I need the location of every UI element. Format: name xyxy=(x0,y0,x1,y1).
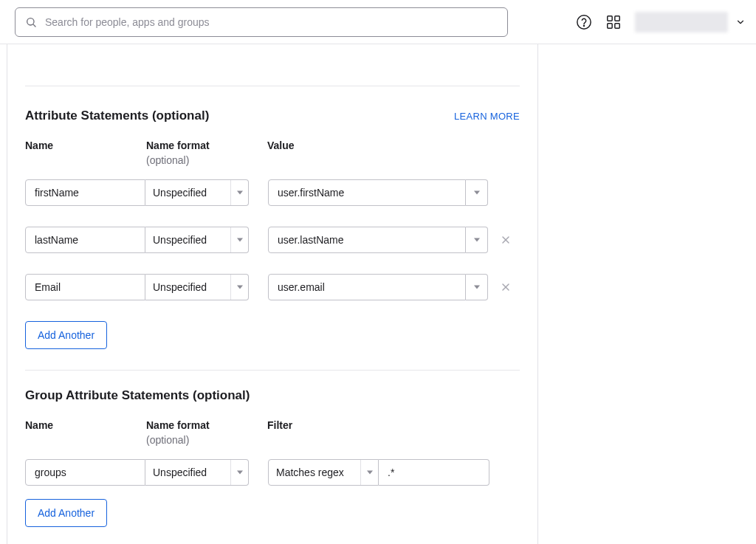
col-header-format: Name format xyxy=(146,419,267,431)
search-input[interactable] xyxy=(15,7,508,37)
user-menu[interactable] xyxy=(635,12,746,32)
attribute-column-headers: Name Name format (optional) Value xyxy=(25,140,520,166)
chevron-down-icon xyxy=(735,17,746,27)
caret-down-icon xyxy=(230,227,248,252)
attribute-format-value: Unspecified xyxy=(153,234,207,246)
col-header-format-sub: (optional) xyxy=(146,154,267,166)
col-header-format: Name format xyxy=(146,140,267,151)
svg-rect-7 xyxy=(615,23,619,27)
svg-marker-8 xyxy=(237,191,243,195)
col-header-name: Name xyxy=(25,140,146,151)
group-filter-value-input[interactable] xyxy=(379,459,489,486)
search-icon xyxy=(25,16,37,28)
attribute-name-input[interactable] xyxy=(25,179,145,206)
config-panel: Attribute Statements (optional) LEARN MO… xyxy=(7,44,538,544)
svg-rect-6 xyxy=(608,23,612,27)
caret-down-icon xyxy=(230,460,248,485)
svg-point-2 xyxy=(577,15,591,28)
svg-point-0 xyxy=(27,18,34,24)
group-attribute-row: Unspecified Matches regex xyxy=(25,459,520,486)
add-group-attribute-button[interactable]: Add Another xyxy=(25,499,107,527)
group-name-input[interactable] xyxy=(25,459,145,486)
attribute-format-select[interactable]: Unspecified xyxy=(145,227,249,253)
svg-marker-19 xyxy=(367,471,373,475)
attribute-value-dropdown[interactable] xyxy=(466,274,488,300)
attribute-value-input[interactable] xyxy=(268,179,466,206)
attribute-row: Unspecified xyxy=(25,179,520,206)
svg-marker-15 xyxy=(474,286,480,289)
group-filter-type-value: Matches regex xyxy=(276,466,344,478)
attribute-format-select[interactable]: Unspecified xyxy=(145,179,249,206)
svg-rect-5 xyxy=(615,16,619,20)
section-divider xyxy=(25,370,520,371)
attribute-format-value: Unspecified xyxy=(153,187,207,199)
col-header-name: Name xyxy=(25,419,146,431)
caret-down-icon xyxy=(230,180,248,205)
attribute-format-value: Unspecified xyxy=(153,281,207,293)
apps-grid-icon[interactable] xyxy=(605,14,622,30)
group-section-header: Group Attribute Statements (optional) xyxy=(25,388,520,403)
group-section-title: Group Attribute Statements (optional) xyxy=(25,388,250,403)
attribute-name-input[interactable] xyxy=(25,227,145,253)
attribute-name-input[interactable] xyxy=(25,274,145,300)
svg-rect-4 xyxy=(608,16,612,20)
caret-down-icon xyxy=(360,460,378,485)
attribute-value-input[interactable] xyxy=(268,227,466,253)
svg-line-1 xyxy=(33,24,35,27)
svg-point-3 xyxy=(583,25,584,26)
search-container xyxy=(15,7,508,37)
attribute-value-input[interactable] xyxy=(268,274,466,300)
svg-marker-11 xyxy=(474,238,480,242)
svg-marker-14 xyxy=(237,286,243,289)
attribute-section-header: Attribute Statements (optional) LEARN MO… xyxy=(25,109,520,123)
group-format-select[interactable]: Unspecified xyxy=(145,459,249,486)
attribute-value-dropdown[interactable] xyxy=(466,179,488,206)
remove-row-button[interactable] xyxy=(500,281,512,293)
user-name-redacted xyxy=(635,12,728,32)
group-column-headers: Name Name format (optional) Filter xyxy=(25,419,520,446)
col-header-format-sub: (optional) xyxy=(146,434,267,446)
col-header-filter: Filter xyxy=(267,419,520,431)
top-bar xyxy=(0,0,756,44)
learn-more-link[interactable]: LEARN MORE xyxy=(454,111,520,122)
top-right-controls xyxy=(576,12,746,32)
group-format-value: Unspecified xyxy=(153,466,207,478)
svg-marker-9 xyxy=(474,191,480,195)
col-header-value: Value xyxy=(267,140,520,151)
add-attribute-button[interactable]: Add Another xyxy=(25,321,107,349)
attribute-section-title: Attribute Statements (optional) xyxy=(25,109,209,123)
attribute-row: Unspecified xyxy=(25,274,520,300)
svg-marker-18 xyxy=(237,471,243,475)
attribute-format-select[interactable]: Unspecified xyxy=(145,274,249,300)
svg-marker-10 xyxy=(237,238,243,242)
remove-row-button[interactable] xyxy=(500,234,512,246)
group-filter-type-select[interactable]: Matches regex xyxy=(268,459,379,486)
attribute-value-dropdown[interactable] xyxy=(466,227,488,253)
caret-down-icon xyxy=(230,275,248,300)
help-icon[interactable] xyxy=(576,14,592,30)
attribute-row: Unspecified xyxy=(25,227,520,253)
